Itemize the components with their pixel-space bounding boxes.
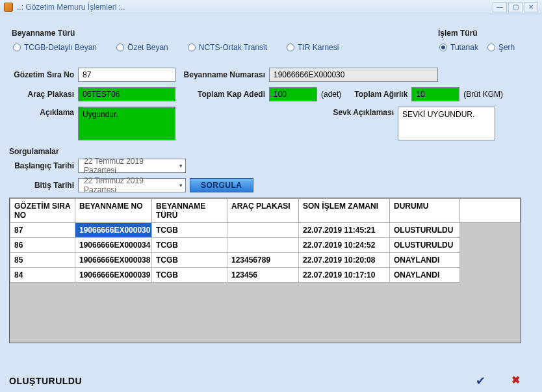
table-cell[interactable]: 19066666EX000039 [75, 268, 152, 283]
baslangic-tarihi-label: Başlangıç Tarihi [9, 161, 74, 170]
col-durumu[interactable]: DURUMU [390, 199, 460, 223]
window-titlebar: ..: Gözetim Memuru İşlemleri :.. — ▢ ✕ [0, 0, 542, 14]
gozetim-sira-no-label: Gözetim Sıra No [9, 70, 74, 79]
grid-header-row: GÖZETİM SIRA NO BEYANNAME NO BEYANNAME T… [10, 199, 521, 223]
close-button[interactable]: ✕ [524, 2, 538, 12]
table-row[interactable]: 8619066666EX000034TCGB22.07.2019 10:24:5… [10, 238, 521, 253]
table-cell[interactable]: 22.07.2019 10:17:10 [299, 268, 390, 283]
beyanname-turu-label: Beyanname Türü [12, 29, 75, 38]
table-cell[interactable]: TCGB [152, 238, 227, 253]
aciklama-textarea[interactable] [78, 107, 175, 140]
table-cell[interactable]: 87 [10, 223, 75, 238]
results-grid[interactable]: GÖZETİM SIRA NO BEYANNAME NO BEYANNAME T… [9, 198, 521, 343]
table-cell[interactable]: 123456 [227, 268, 299, 283]
baslangic-tarihi-picker[interactable]: 22 Temmuz 2019 Pazartesi ▾ [78, 159, 186, 173]
table-row[interactable]: 8419066666EX000039TCGB12345622.07.2019 1… [10, 268, 521, 283]
col-son-islem-zamani[interactable]: SON İŞLEM ZAMANI [299, 199, 390, 223]
radio-tir-karnesi[interactable]: TIR Karnesi [287, 43, 339, 52]
col-gozetim-sira-no[interactable]: GÖZETİM SIRA NO [10, 199, 75, 223]
sorgulamalar-header: Sorgulamalar [9, 147, 533, 156]
col-beyanname-turu[interactable]: BEYANNAME TÜRÜ [152, 199, 227, 223]
gozetim-sira-no-input[interactable] [78, 68, 175, 82]
table-cell[interactable]: 19066666EX000034 [75, 238, 152, 253]
table-cell[interactable]: ONAYLANDI [390, 268, 460, 283]
brut-kgm-suffix: (Brüt KGM) [463, 90, 503, 99]
radio-tcgb[interactable]: TCGB-Detaylı Beyan [13, 43, 97, 52]
beyanname-numarasi-label: Beyanname Numarası [179, 70, 265, 79]
beyanname-numarasi-input[interactable] [269, 68, 438, 82]
sorgula-button[interactable]: SORGULA [190, 178, 253, 192]
app-icon [4, 3, 13, 12]
table-cell[interactable]: TCGB [152, 223, 227, 238]
arac-plakasi-label: Araç Plakası [9, 90, 74, 99]
col-beyanname-no[interactable]: BEYANNAME NO [75, 199, 152, 223]
bitis-tarihi-label: Bitiş Tarihi [9, 181, 74, 190]
status-text: OLUŞTURULDU [9, 376, 82, 386]
table-cell[interactable]: ONAYLANDI [390, 253, 460, 268]
arac-plakasi-input[interactable] [78, 87, 175, 101]
table-cell[interactable] [227, 223, 299, 238]
table-cell[interactable]: 86 [10, 238, 75, 253]
table-cell[interactable]: 19066666EX000038 [75, 253, 152, 268]
table-cell[interactable]: OLUSTURULDU [390, 223, 460, 238]
chevron-down-icon: ▾ [179, 182, 183, 189]
table-cell[interactable]: 123456789 [227, 253, 299, 268]
table-cell[interactable]: OLUSTURULDU [390, 238, 460, 253]
table-row[interactable]: 8519066666EX000038TCGB12345678922.07.201… [10, 253, 521, 268]
radio-ncts[interactable]: NCTS-Ortak Transit [188, 43, 267, 52]
table-row[interactable]: 8719066666EX000030TCGB22.07.2019 11:45:2… [10, 223, 521, 238]
table-cell[interactable]: 84 [10, 268, 75, 283]
cancel-icon[interactable]: ✖ [511, 374, 520, 388]
sevk-aciklamasi-textarea[interactable] [398, 107, 495, 140]
window-title: ..: Gözetim Memuru İşlemleri :.. [17, 3, 493, 12]
aciklama-label: Açıklama [9, 107, 74, 117]
table-cell[interactable]: 22.07.2019 10:20:08 [299, 253, 390, 268]
col-arac-plakasi[interactable]: ARAÇ PLAKASI [227, 199, 299, 223]
table-cell[interactable] [227, 238, 299, 253]
radio-tutanak[interactable]: Tutanak [439, 43, 478, 52]
table-cell[interactable]: 19066666EX000030 [75, 223, 152, 238]
chevron-down-icon: ▾ [179, 163, 183, 169]
toplam-agirlik-label: Toplam Ağırlık [345, 90, 407, 99]
toplam-kap-adedi-input[interactable] [269, 87, 317, 101]
table-cell[interactable]: 22.07.2019 10:24:52 [299, 238, 390, 253]
minimize-button[interactable]: — [493, 2, 507, 12]
maximize-button[interactable]: ▢ [508, 2, 523, 12]
sevk-aciklamasi-label: Sevk Açıklaması [329, 107, 394, 117]
bitis-tarihi-picker[interactable]: 22 Temmuz 2019 Pazartesi ▾ [78, 178, 186, 192]
islem-turu-group: İşlem Türü Tutanak Şerh [435, 40, 533, 55]
toplam-kap-adedi-label: Toplam Kap Adedi [179, 90, 265, 99]
beyanname-turu-group: Beyanname Türü TCGB-Detaylı Beyan Özet B… [9, 40, 422, 55]
table-cell[interactable]: 22.07.2019 11:45:21 [299, 223, 390, 238]
radio-serh[interactable]: Şerh [487, 43, 515, 52]
confirm-icon[interactable]: ✔ [476, 374, 485, 388]
col-spacer [460, 199, 521, 223]
table-cell[interactable]: 85 [10, 253, 75, 268]
table-cell[interactable]: TCGB [152, 253, 227, 268]
toplam-agirlik-input[interactable] [411, 87, 459, 101]
islem-turu-label: İşlem Türü [438, 29, 478, 38]
adet-suffix: (adet) [321, 90, 341, 99]
table-cell[interactable]: TCGB [152, 268, 227, 283]
radio-ozet-beyan[interactable]: Özet Beyan [116, 43, 168, 52]
